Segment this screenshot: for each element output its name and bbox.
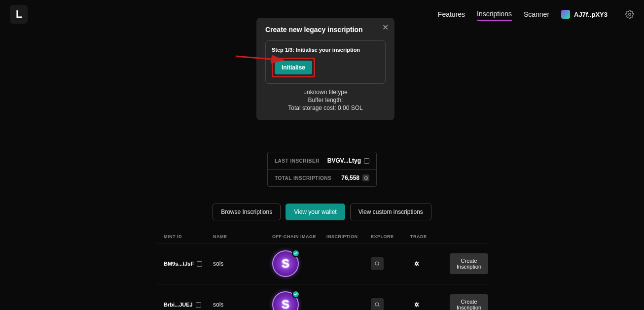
wallet-address: AJ7f..pXY3 — [574, 11, 608, 18]
wallet-button[interactable]: AJ7f..pXY3 — [561, 10, 608, 19]
nav-inscriptions[interactable]: Inscriptions — [477, 8, 512, 21]
highlight-box: Initialise — [272, 58, 315, 77]
explore-button[interactable] — [371, 298, 384, 310]
inscriptions-table: MINT ID NAME OFF-CHAIN IMAGE INSCRIPTION… — [157, 230, 487, 310]
stats-box: LAST INSCRIBER BVGV...Ltyg TOTAL INSCRIP… — [267, 152, 377, 187]
token-image: S — [272, 291, 299, 310]
phantom-icon — [561, 10, 570, 19]
mint-id: BM9s...tJsF — [164, 261, 194, 267]
trade-button[interactable] — [410, 257, 423, 270]
create-inscription-button[interactable]: Create Inscription — [450, 294, 488, 310]
verified-badge-icon — [292, 290, 300, 298]
trade-button[interactable] — [410, 298, 423, 310]
copy-icon[interactable] — [197, 261, 202, 267]
total-inscriptions-label: TOTAL INSCRIPTIONS — [275, 175, 331, 181]
last-inscriber-value: BVGV...Ltyg — [327, 157, 361, 164]
token-image: S — [272, 250, 299, 277]
explore-button[interactable] — [371, 257, 384, 270]
gear-icon[interactable] — [625, 10, 634, 19]
col-explore: EXPLORE — [371, 234, 410, 239]
table-row: BM9s...tJsF sols S Create Inscription — [157, 243, 487, 284]
initialise-button[interactable]: Initialise — [275, 61, 312, 74]
step-box: Step 1/3: Initialise your inscription In… — [265, 40, 386, 84]
modal-title: Create new legacy inscription — [265, 26, 386, 34]
last-inscriber-label: LAST INSCRIBER — [275, 158, 320, 164]
table-row: Brbi...JUEJ sols S Create Inscription — [157, 284, 487, 310]
step-label: Step 1/3: Initialise your inscription — [272, 47, 379, 53]
svg-line-6 — [378, 306, 379, 307]
tab-wallet[interactable]: View your wallet — [286, 204, 345, 220]
create-inscription-button[interactable]: Create Inscription — [450, 253, 488, 274]
logo[interactable]: L — [10, 5, 28, 24]
col-mint: MINT ID — [164, 234, 213, 239]
create-inscription-modal: ✕ Create new legacy inscription Step 1/3… — [256, 18, 394, 120]
copy-icon[interactable] — [196, 302, 201, 308]
nav-features[interactable]: Features — [438, 8, 465, 20]
tab-browse[interactable]: Browse Inscriptions — [213, 204, 281, 220]
col-inscription: INSCRIPTION — [326, 234, 371, 239]
svg-point-0 — [629, 13, 631, 16]
svg-line-4 — [378, 265, 379, 266]
total-inscriptions-value: 76,558 — [341, 174, 359, 181]
copy-icon[interactable] — [364, 158, 369, 164]
col-image: OFF-CHAIN IMAGE — [272, 234, 326, 239]
tab-custom[interactable]: View custom inscriptions — [350, 204, 431, 220]
nav-scanner[interactable]: Scanner — [524, 8, 549, 20]
close-icon[interactable]: ✕ — [382, 23, 389, 32]
token-name: sols — [213, 301, 272, 308]
verified-badge-icon — [292, 249, 300, 257]
mint-id: Brbi...JUEJ — [164, 302, 193, 308]
token-name: sols — [213, 260, 272, 267]
svg-point-5 — [375, 303, 379, 306]
col-name: NAME — [213, 234, 272, 239]
svg-point-3 — [375, 262, 379, 265]
refresh-icon[interactable] — [362, 174, 369, 181]
modal-info: unknown filetype Buffer length: Total st… — [265, 89, 386, 111]
col-trade: TRADE — [410, 234, 450, 239]
